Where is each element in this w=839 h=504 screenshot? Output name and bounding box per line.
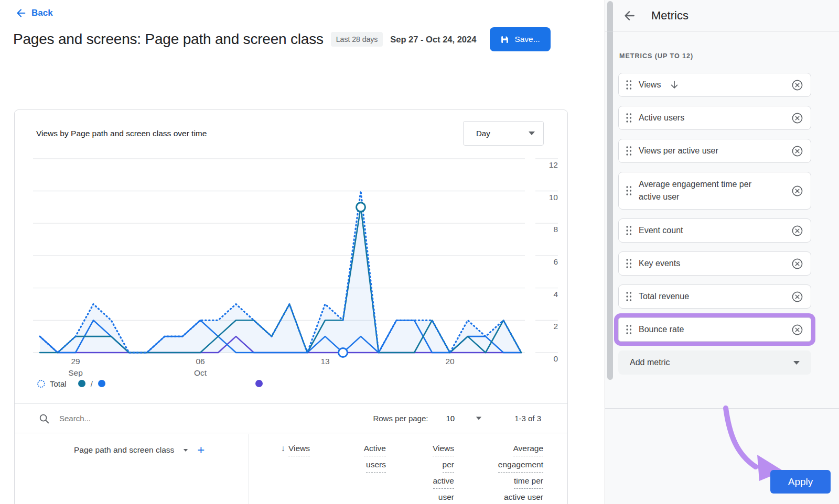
- metric-chip-views-per-active-user[interactable]: Views per active user: [618, 139, 811, 163]
- sort-descending-icon: ↓: [281, 444, 285, 453]
- remove-metric-icon[interactable]: [791, 324, 803, 336]
- drag-handle-icon[interactable]: [625, 323, 632, 336]
- metrics-panel-title: Metrics: [651, 9, 689, 23]
- drag-handle-icon[interactable]: [625, 79, 632, 91]
- date-range-value[interactable]: Sep 27 - Oct 24, 2024: [390, 35, 476, 45]
- panel-scrollbar[interactable]: [607, 1, 613, 380]
- page-header: Pages and screens: Page path and screen …: [13, 27, 590, 51]
- back-label: Back: [31, 8, 53, 18]
- rows-per-page-value[interactable]: 10: [446, 414, 455, 423]
- metric-column-label-line: users: [366, 458, 386, 473]
- legend-total-label: Total: [50, 379, 67, 388]
- svg-text:Oct: Oct: [194, 368, 207, 377]
- metric-chip-event-count[interactable]: Event count: [618, 218, 811, 243]
- back-link[interactable]: Back: [15, 7, 53, 19]
- metric-column-label-line: active user: [504, 490, 543, 504]
- back-arrow-icon: [15, 7, 26, 19]
- metric-column-label-line: active: [433, 474, 455, 489]
- drag-handle-icon[interactable]: [625, 184, 632, 197]
- table-header: Page path and screen class + ↓ViewsActiv…: [15, 433, 567, 504]
- svg-text:06: 06: [196, 357, 205, 366]
- remove-metric-icon[interactable]: [791, 112, 803, 124]
- metric-column-label-line: per: [443, 458, 454, 473]
- chevron-down-icon: [793, 361, 800, 365]
- remove-metric-icon[interactable]: [791, 79, 803, 91]
- metric-column-header[interactable]: Activeusers: [310, 442, 386, 504]
- metric-chip-label: Key events: [639, 257, 680, 270]
- metric-chip-label: Active users: [639, 112, 684, 124]
- add-metric-dropdown[interactable]: Add metric: [618, 350, 811, 375]
- metric-column-label-line: Views: [288, 442, 310, 456]
- metric-column-header[interactable]: ↓Views: [249, 442, 310, 504]
- metric-chip-label: Event count: [639, 224, 683, 237]
- svg-text:20: 20: [445, 357, 455, 366]
- chart-title: Views by Page path and screen class over…: [36, 129, 207, 138]
- svg-text:2: 2: [553, 322, 558, 331]
- rows-per-page-caret-icon[interactable]: [476, 417, 481, 420]
- svg-text:Sep: Sep: [68, 368, 83, 377]
- date-range-badge: Last 28 days: [331, 32, 383, 47]
- remove-metric-icon[interactable]: [791, 291, 803, 303]
- remove-metric-icon[interactable]: [791, 225, 803, 237]
- svg-text:12: 12: [549, 160, 558, 169]
- dimension-caret-icon[interactable]: [184, 449, 188, 452]
- sort-descending-icon: [669, 80, 680, 90]
- metrics-panel-header: Metrics: [605, 0, 839, 31]
- svg-text:29: 29: [71, 357, 80, 366]
- metric-column-label-line: time per: [514, 474, 543, 489]
- drag-handle-icon[interactable]: [625, 112, 632, 124]
- svg-text:8: 8: [553, 225, 558, 234]
- metric-column-label-line: Active: [364, 442, 386, 456]
- dimension-column-header[interactable]: Page path and screen class +: [74, 445, 205, 455]
- remove-metric-icon[interactable]: [791, 258, 803, 270]
- metric-column-headers: ↓ViewsActiveusersViewsperactiveuserAvera…: [249, 442, 543, 504]
- timeseries-chart[interactable]: 02468101229Sep06Oct1320: [15, 152, 568, 377]
- panel-footer-divider: [605, 408, 839, 409]
- drag-handle-icon[interactable]: [625, 290, 632, 303]
- table-toolbar: Rows per page: 10 1-3 of 3: [15, 403, 567, 433]
- remove-metric-icon[interactable]: [791, 145, 803, 157]
- svg-text:0: 0: [553, 354, 558, 363]
- metric-chip-key-events[interactable]: Key events: [618, 251, 811, 276]
- legend-dot-blue: [98, 380, 105, 387]
- add-dimension-button[interactable]: +: [197, 445, 205, 455]
- interval-value: Day: [476, 129, 490, 138]
- metric-column-header[interactable]: Averageengagementtime peractive user: [454, 442, 543, 504]
- metric-chip-avg-engagement-time[interactable]: Average engagement time per active user: [618, 172, 811, 210]
- metric-column-label-line: Average: [513, 442, 543, 456]
- metric-chip-list: Views Active users Views per active user…: [618, 73, 811, 375]
- svg-text:10: 10: [549, 193, 558, 202]
- legend-dot-teal: [78, 380, 85, 387]
- metrics-panel: Metrics METRICS (UP TO 12) Views Active …: [605, 0, 839, 504]
- legend-total-icon: [37, 380, 45, 388]
- svg-text:6: 6: [553, 257, 558, 266]
- metric-chip-views[interactable]: Views: [618, 73, 811, 97]
- metric-column-header[interactable]: Viewsperactiveuser: [386, 442, 454, 504]
- pagination-status: 1-3 of 3: [514, 414, 541, 423]
- metric-chip-label: Total revenue: [639, 290, 689, 303]
- search-input[interactable]: [59, 414, 373, 423]
- save-button-label: Save...: [514, 35, 540, 44]
- metric-chip-total-revenue[interactable]: Total revenue: [618, 284, 811, 309]
- metric-chip-label: Views: [639, 79, 661, 91]
- drag-handle-icon[interactable]: [625, 224, 632, 237]
- metric-chip-bounce-rate[interactable]: Bounce rate: [618, 317, 811, 342]
- interval-dropdown[interactable]: Day: [463, 121, 544, 146]
- svg-text:4: 4: [553, 290, 558, 299]
- remove-metric-icon[interactable]: [791, 185, 803, 197]
- rows-per-page-label: Rows per page:: [373, 414, 428, 423]
- dimension-column-label: Page path and screen class: [74, 445, 174, 455]
- metrics-section-label: METRICS (UP TO 12): [619, 52, 693, 60]
- drag-handle-icon[interactable]: [625, 257, 632, 270]
- panel-back-arrow-icon[interactable]: [622, 9, 636, 23]
- metric-chip-active-users[interactable]: Active users: [618, 106, 811, 130]
- drag-handle-icon[interactable]: [625, 145, 632, 157]
- metric-column-label-line: user: [438, 490, 454, 504]
- apply-button[interactable]: Apply: [770, 470, 831, 494]
- search-icon: [38, 413, 50, 424]
- metric-column-label-line: Views: [433, 442, 454, 456]
- add-metric-label: Add metric: [630, 358, 670, 367]
- metric-chip-label: Views per active user: [639, 145, 718, 157]
- report-chart-card: Views by Page path and screen class over…: [14, 109, 568, 504]
- save-button[interactable]: Save...: [490, 27, 550, 51]
